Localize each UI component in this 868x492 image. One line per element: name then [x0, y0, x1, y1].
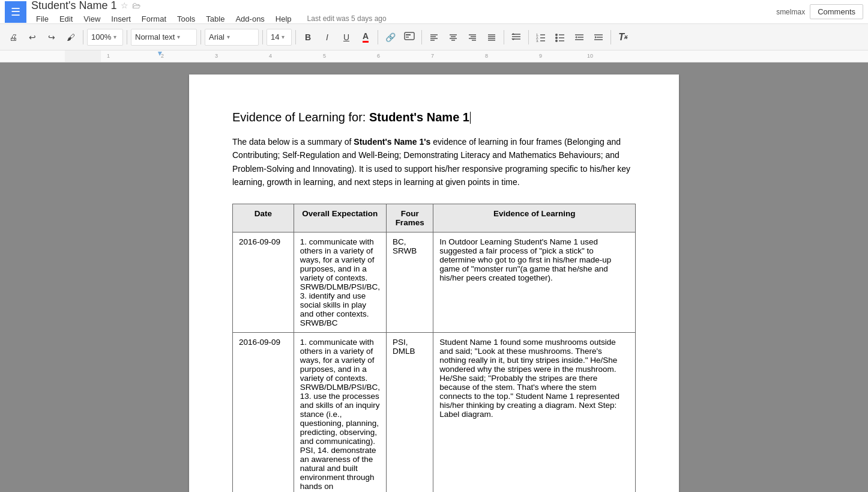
table-body: 2016-09-091. communicate with others in … — [233, 232, 636, 492]
cell-date: 2016-09-09 — [233, 332, 294, 492]
font-value: Arial — [209, 32, 225, 41]
svg-marker-43 — [595, 36, 597, 38]
svg-point-30 — [555, 34, 558, 36]
heading-prefix: Evidence of Learning for: — [232, 111, 369, 124]
svg-rect-44 — [65, 50, 101, 62]
menu-insert[interactable]: Insert — [106, 13, 136, 25]
ruler: 1 2 3 4 5 6 7 8 9 10 — [0, 50, 868, 62]
svg-text:3: 3 — [215, 53, 218, 59]
zoom-value: 100% — [91, 32, 111, 41]
comment-button[interactable] — [401, 29, 418, 46]
bullet-list-button[interactable] — [552, 29, 568, 46]
underline-button[interactable]: U — [338, 29, 355, 46]
svg-text:8: 8 — [485, 53, 488, 59]
align-left-button[interactable] — [426, 29, 442, 46]
menu-tools[interactable]: Tools — [172, 13, 200, 25]
italic-button[interactable]: I — [319, 29, 336, 46]
user-name: smelmax — [776, 8, 805, 16]
bold-button[interactable]: B — [300, 29, 316, 46]
svg-rect-1 — [406, 34, 411, 35]
menu-table[interactable]: Table — [201, 13, 229, 25]
justify-button[interactable] — [483, 29, 500, 46]
menu-format[interactable]: Format — [137, 13, 171, 25]
menu-help[interactable]: Help — [271, 13, 297, 25]
font-dropdown[interactable]: Arial ▾ — [205, 29, 259, 46]
svg-text:9: 9 — [539, 53, 542, 59]
top-bar: ☰ Student's Name 1 ☆ 🗁 File Edit View In… — [0, 0, 868, 24]
app-icon[interactable]: ☰ — [5, 1, 26, 23]
document-intro: The data below is a summary of Student's… — [232, 135, 636, 189]
size-dropdown[interactable]: 14 ▾ — [267, 29, 292, 46]
style-arrow: ▾ — [177, 34, 180, 40]
separator-7 — [421, 30, 422, 44]
intro-bold: Student's Name 1's — [354, 137, 430, 147]
document-heading: Evidence of Learning for: Student's Name… — [232, 111, 636, 124]
decrease-indent-button[interactable] — [571, 29, 588, 46]
svg-point-32 — [555, 37, 558, 39]
table-header-row: Date Overall Expectation Four Frames Evi… — [233, 204, 636, 232]
increase-indent-button[interactable] — [590, 29, 607, 46]
svg-text:6: 6 — [377, 53, 380, 59]
svg-text:7: 7 — [431, 53, 434, 59]
doc-title-area: Student's Name 1 ☆ 🗁 File Edit View Inse… — [31, 0, 776, 25]
svg-rect-0 — [405, 32, 414, 40]
cursor — [470, 112, 471, 124]
intro-text: The data below is a summary of — [232, 137, 354, 147]
align-center-button[interactable] — [445, 29, 462, 46]
cell-expectation: 1. communicate with others in a variety … — [294, 332, 386, 492]
separator-2 — [127, 30, 127, 44]
col-frames: Four Frames — [386, 204, 433, 232]
star-icon[interactable]: ☆ — [121, 1, 128, 10]
hamburger-icon: ☰ — [11, 5, 20, 19]
col-evidence: Evidence of Learning — [433, 204, 636, 232]
doc-title[interactable]: Student's Name 1 — [31, 0, 117, 12]
cell-frames: PSI, DMLB — [386, 332, 433, 492]
separator-3 — [200, 30, 201, 44]
line-spacing-button[interactable] — [508, 29, 525, 46]
separator-6 — [378, 30, 378, 44]
menu-file[interactable]: File — [31, 13, 53, 25]
zoom-dropdown[interactable]: 100% ▾ — [87, 29, 123, 46]
separator-5 — [295, 30, 296, 44]
col-date: Date — [233, 204, 294, 232]
svg-text:2: 2 — [161, 53, 164, 59]
redo-button[interactable]: ↪ — [43, 29, 60, 46]
separator-9 — [528, 30, 529, 44]
doc-title-row: Student's Name 1 ☆ 🗁 — [31, 0, 776, 12]
menu-addons[interactable]: Add-ons — [231, 13, 269, 25]
menu-view[interactable]: View — [79, 13, 105, 25]
comments-button[interactable]: Comments — [810, 4, 863, 19]
toolbar: 🖨 ↩ ↪ 🖌 100% ▾ Normal text ▾ Arial ▾ 14 … — [0, 24, 868, 50]
menu-edit[interactable]: Edit — [55, 13, 77, 25]
table-header: Date Overall Expectation Four Frames Evi… — [233, 204, 636, 232]
size-arrow: ▾ — [282, 34, 285, 40]
print-button[interactable]: 🖨 — [5, 29, 22, 46]
align-right-button[interactable] — [464, 29, 481, 46]
cell-expectation: 1. communicate with others in a variety … — [294, 232, 386, 332]
size-value: 14 — [271, 32, 279, 41]
svg-text:5: 5 — [323, 53, 326, 59]
cell-evidence: Student Name 1 found some mushrooms outs… — [433, 332, 636, 492]
font-color-button[interactable]: A — [357, 29, 374, 46]
last-edit-label: Last edit was 5 days ago — [307, 14, 387, 23]
document-page: Evidence of Learning for: Student's Name… — [189, 74, 679, 492]
separator-10 — [610, 30, 611, 44]
svg-point-34 — [555, 40, 558, 42]
separator-1 — [83, 30, 83, 44]
heading-name: Student's Name 1 — [369, 111, 469, 124]
svg-marker-39 — [575, 36, 577, 38]
cell-frames: BC, SRWB — [386, 232, 433, 332]
style-dropdown[interactable]: Normal text ▾ — [131, 29, 197, 46]
separator-8 — [504, 30, 504, 44]
table-row: 2016-09-091. communicate with others in … — [233, 232, 636, 332]
clear-format-button[interactable]: Tx — [615, 29, 631, 46]
link-button[interactable]: 🔗 — [382, 29, 399, 46]
paint-format-button[interactable]: 🖌 — [62, 29, 79, 46]
separator-4 — [262, 30, 263, 44]
numbered-list-button[interactable]: 1.2.3. — [532, 29, 549, 46]
undo-button[interactable]: ↩ — [24, 29, 41, 46]
cell-evidence: In Outdoor Learning Student's Name 1 use… — [433, 232, 636, 332]
folder-icon[interactable]: 🗁 — [132, 1, 140, 10]
font-color-label: A — [363, 31, 369, 43]
cell-date: 2016-09-09 — [233, 232, 294, 332]
